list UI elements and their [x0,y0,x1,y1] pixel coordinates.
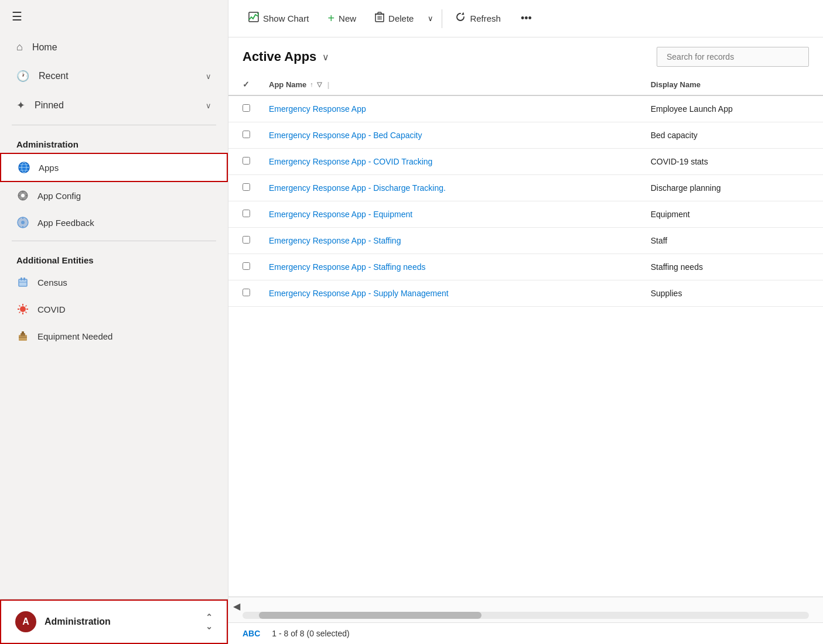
sidebar-footer-label: Administration [45,616,111,627]
svg-point-19 [20,306,26,312]
delete-button[interactable]: Delete [367,7,422,30]
row-app-name-3: Emergency Response App - Discharge Track… [259,175,641,201]
svg-rect-35 [378,12,381,14]
sidebar-item-equipment-needed[interactable]: Equipment Needed [0,323,228,350]
table-header-row: ✓ App Name ↑ ▽ | Display Name [228,74,823,95]
row-check-5[interactable] [228,228,259,254]
row-checkbox-6[interactable] [243,262,250,270]
svg-rect-30 [22,331,24,334]
scroll-left-button[interactable]: ◀ [228,599,245,614]
sidebar-item-census[interactable]: Census [0,269,228,296]
list-header-row: Active Apps ∨ [228,37,823,67]
table-row: Emergency Response App - COVID Tracking … [228,149,823,175]
row-checkbox-1[interactable] [243,131,250,138]
list-title: Active Apps [243,49,316,64]
scrollbar-thumb [259,612,481,619]
sidebar-item-app-feedback[interactable]: App Feedback [0,209,228,236]
sidebar-item-covid-label: COVID [37,304,66,314]
sidebar-item-census-label: Census [37,278,67,287]
svg-line-25 [26,312,27,313]
app-name-link-5[interactable]: Emergency Response App - Staffing [269,236,401,245]
th-app-name-label: App Name [269,80,306,89]
hamburger-icon[interactable]: ☰ [12,9,22,23]
app-feedback-icon [16,216,29,229]
row-checkbox-5[interactable] [243,236,250,244]
svg-point-6 [21,194,25,197]
svg-line-27 [26,306,27,307]
column-separator: | [327,80,330,89]
svg-rect-10 [26,195,28,196]
new-button[interactable]: + New [319,7,364,30]
sidebar-divider-1 [12,125,216,125]
sidebar-item-app-feedback-label: App Feedback [37,218,94,228]
app-name-link-0[interactable]: Emergency Response App [269,104,366,114]
sidebar-top: ☰ [0,0,228,33]
row-checkbox-2[interactable] [243,157,250,165]
svg-rect-16 [21,278,22,280]
search-input[interactable] [657,47,809,67]
row-display-name-0: Employee Launch App [641,95,823,122]
row-check-7[interactable] [228,280,259,307]
sidebar-footer-admin[interactable]: A Administration ⌃⌄ [0,600,228,644]
row-check-6[interactable] [228,254,259,280]
app-name-link-7[interactable]: Emergency Response App - Supply Manageme… [269,289,449,298]
new-label: New [339,13,356,23]
sidebar-item-pinned[interactable]: ✦ Pinned ∨ [0,91,228,120]
th-app-name[interactable]: App Name ↑ ▽ | [259,74,641,95]
row-checkbox-4[interactable] [243,210,250,217]
row-checkbox-0[interactable] [243,104,250,112]
row-app-name-2: Emergency Response App - COVID Tracking [259,149,641,175]
row-display-name-7: Supplies [641,280,823,307]
list-title-chevron-icon[interactable]: ∨ [322,52,329,63]
row-check-4[interactable] [228,201,259,228]
th-check[interactable]: ✓ [228,74,259,95]
row-check-1[interactable] [228,122,259,149]
sidebar-item-apps[interactable]: Apps [0,153,228,182]
app-name-link-1[interactable]: Emergency Response App - Bed Capacity [269,131,422,140]
refresh-button[interactable]: Refresh [447,7,509,30]
row-app-name-5: Emergency Response App - Staffing [259,228,641,254]
new-icon: + [327,12,334,25]
sidebar-item-app-config-label: App Config [37,191,81,201]
show-chart-label: Show Chart [263,13,309,23]
row-checkbox-7[interactable] [243,289,250,296]
toolbar-divider [442,9,442,28]
filter-icon[interactable]: ▽ [317,81,322,88]
row-check-3[interactable] [228,175,259,201]
sidebar-item-home[interactable]: ⌂ Home [0,33,228,61]
equipment-needed-icon [16,330,29,342]
pinned-icon: ✦ [16,99,25,112]
table-row: Emergency Response App - Supply Manageme… [228,280,823,307]
app-config-icon [16,189,29,202]
sidebar-item-recent-label: Recent [39,71,196,81]
sort-icon[interactable]: ↑ [310,81,313,88]
table-container: ✓ App Name ↑ ▽ | Display Name [228,74,823,597]
main-content: Show Chart + New Delete ∨ [228,0,823,644]
th-display-name[interactable]: Display Name [641,74,823,95]
recent-chevron-icon: ∨ [206,72,211,81]
row-check-0[interactable] [228,95,259,122]
more-options-button[interactable]: ••• [514,8,539,29]
sidebar-item-app-config[interactable]: App Config [0,182,228,209]
row-app-name-0: Emergency Response App [259,95,641,122]
row-checkbox-3[interactable] [243,183,250,191]
row-display-name-2: COVID-19 stats [641,149,823,175]
sidebar: ☰ ⌂ Home 🕐 Recent ∨ ✦ Pinned ∨ Administr… [0,0,228,644]
sidebar-item-covid[interactable]: COVID [0,296,228,323]
toolbar: Show Chart + New Delete ∨ [228,0,823,37]
svg-rect-9 [18,195,20,196]
app-name-link-3[interactable]: Emergency Response App - Discharge Track… [269,183,446,193]
scrollbar-track[interactable] [243,612,809,619]
sidebar-item-recent[interactable]: 🕐 Recent ∨ [0,61,228,91]
show-chart-button[interactable]: Show Chart [240,7,317,30]
app-name-link-2[interactable]: Emergency Response App - COVID Tracking [269,157,432,166]
svg-rect-7 [22,191,23,193]
row-check-2[interactable] [228,149,259,175]
app-name-link-6[interactable]: Emergency Response App - Staffing needs [269,262,425,272]
status-bar: ABC 1 - 8 of 8 (0 selected) [228,622,823,644]
app-name-link-4[interactable]: Emergency Response App - Equipment [269,210,412,219]
dropdown-button[interactable]: ∨ [424,9,437,28]
table-row: Emergency Response App - Discharge Track… [228,175,823,201]
abc-filter-button[interactable]: ABC [243,629,260,638]
svg-rect-8 [22,198,23,200]
